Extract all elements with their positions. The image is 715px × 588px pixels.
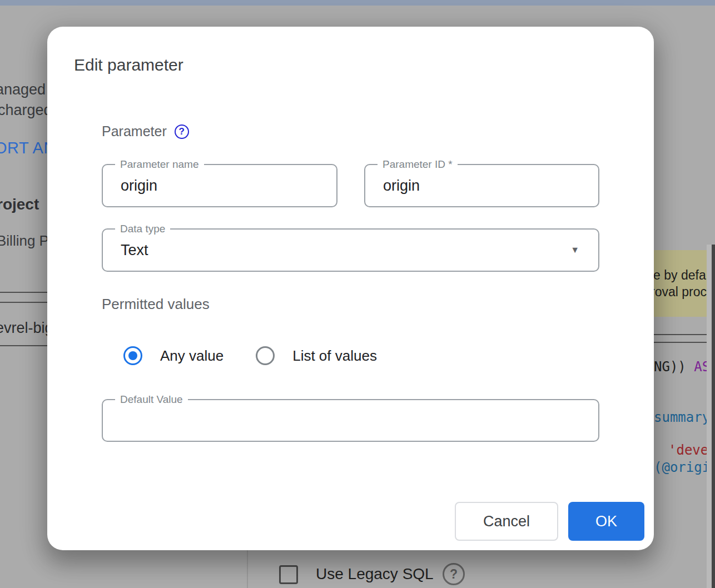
sql-code-line: NG)) AS xyxy=(654,359,710,375)
ok-button[interactable]: OK xyxy=(568,502,644,541)
parameter-help-icon[interactable]: ? xyxy=(175,124,189,139)
use-legacy-sql-label: Use Legacy SQL xyxy=(316,565,434,583)
default-value-field[interactable]: Default Value xyxy=(102,399,599,442)
note-line-1: le by defa xyxy=(651,268,706,283)
data-type-value: Text xyxy=(121,242,148,259)
scrollbar-track[interactable] xyxy=(707,245,712,588)
parameter-section-header: Parameter ? xyxy=(102,123,189,139)
sql-identifier-summary: summary xyxy=(654,410,710,425)
permitted-values-radio-group: Any value List of values xyxy=(123,346,377,365)
bg-divider-line xyxy=(0,292,48,293)
bg-project-heading: roject xyxy=(0,196,39,213)
radio-list-of-values-label[interactable]: List of values xyxy=(292,347,377,365)
radio-any-value[interactable] xyxy=(123,346,142,365)
cancel-button[interactable]: Cancel xyxy=(455,502,558,541)
permitted-values-heading: Permitted values xyxy=(102,296,210,313)
edit-parameter-dialog: Edit parameter Parameter ? Parameter nam… xyxy=(47,27,654,550)
bg-text-managed: anaged xyxy=(0,81,46,98)
parameter-name-field[interactable]: Parameter name origin xyxy=(102,164,337,207)
scrollbar-thumb[interactable] xyxy=(712,245,715,588)
parameter-id-label: Parameter ID * xyxy=(378,158,458,171)
bg-highlight-note: le by defa roval proc xyxy=(654,250,707,317)
parameter-name-value[interactable]: origin xyxy=(121,177,157,195)
use-legacy-sql-checkbox[interactable] xyxy=(279,565,298,584)
bg-text-charged: charged xyxy=(0,102,52,119)
bg-project-value: evrel-big xyxy=(0,320,53,337)
bg-divider-line xyxy=(0,302,48,303)
data-type-select[interactable]: Data type Text ▼ xyxy=(102,228,599,272)
screen: anaged charged ORT AN roject Billing P e… xyxy=(0,0,715,588)
parameter-name-label: Parameter name xyxy=(115,158,204,171)
bg-divider-line xyxy=(654,342,707,343)
bg-divider-line xyxy=(0,345,48,346)
sql-code-text: NG)) xyxy=(654,359,694,375)
parameter-section-label: Parameter xyxy=(102,123,167,139)
bg-vertical-divider xyxy=(247,550,248,588)
radio-selected-dot xyxy=(128,351,137,360)
sql-identifier-origin-param: (@origi xyxy=(654,460,710,475)
legacy-sql-help-icon[interactable]: ? xyxy=(443,563,465,585)
parameter-id-value[interactable]: origin xyxy=(383,177,420,195)
dialog-title: Edit parameter xyxy=(74,56,183,74)
radio-any-value-label[interactable]: Any value xyxy=(160,347,224,365)
default-value-label: Default Value xyxy=(115,393,188,406)
data-type-label: Data type xyxy=(115,222,170,236)
chevron-down-icon[interactable]: ▼ xyxy=(570,245,579,255)
radio-list-of-values[interactable] xyxy=(256,346,275,365)
bg-divider-line xyxy=(654,334,707,335)
note-line-2: roval proc xyxy=(651,285,707,300)
parameter-id-field[interactable]: Parameter ID * origin xyxy=(364,164,599,207)
browser-topbar xyxy=(0,0,715,6)
bg-billing-project-label: Billing P xyxy=(0,232,49,250)
